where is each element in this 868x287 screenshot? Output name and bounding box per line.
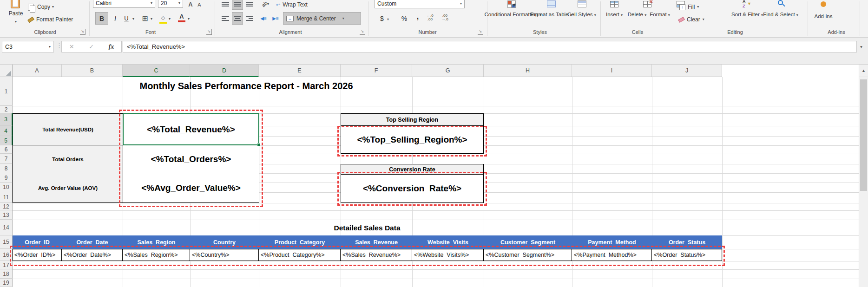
increase-indent-icon[interactable]: ▶≡ — [270, 13, 281, 24]
align-right-button[interactable] — [244, 13, 255, 24]
table-header-cell[interactable]: Sales_Region — [123, 235, 190, 249]
align-middle-button[interactable] — [232, 0, 243, 9]
table-value-cell[interactable]: <%Order_ID%> — [13, 249, 62, 261]
row-header-6[interactable]: 6 — [0, 145, 13, 154]
row-header-10[interactable]: 10 — [0, 183, 13, 192]
font-dialog-launcher[interactable]: ↘ — [206, 29, 212, 35]
fill-dropdown-icon[interactable]: ▾ — [697, 5, 699, 9]
currency-dropdown-icon[interactable]: ▾ — [387, 17, 389, 22]
table-value-cell[interactable]: <%Country%> — [190, 249, 259, 261]
insert-button[interactable]: Insert ▾ — [606, 11, 623, 18]
copy-dropdown-icon[interactable]: ▾ — [52, 5, 54, 9]
find-select-button[interactable]: Find & Select ▾ — [763, 11, 798, 18]
enter-icon[interactable]: ✓ — [89, 43, 94, 50]
table-value-cell[interactable]: <%Order_Status%> — [652, 249, 722, 261]
summary-value-cell[interactable]: <%Total_Orders%> — [123, 145, 259, 173]
clipboard-dialog-launcher[interactable]: ↘ — [80, 29, 85, 35]
align-center-button[interactable] — [232, 13, 243, 24]
borders-icon[interactable]: ⊞ — [140, 13, 150, 24]
table-header-cell[interactable]: Order_ID — [13, 235, 62, 249]
format-button[interactable]: Format ▾ — [650, 11, 670, 18]
fill-button[interactable]: ↓ Fill ▾ — [679, 3, 699, 11]
row-header-1[interactable]: 1 — [0, 77, 13, 106]
fill-color-dropdown-icon[interactable]: ▾ — [169, 17, 171, 21]
table-value-cell[interactable]: <%Sales_Revenue%> — [341, 249, 412, 261]
font-color-button[interactable]: A — [178, 12, 186, 24]
bold-button[interactable]: B — [96, 13, 108, 24]
table-header-cell[interactable]: Sales_Revenue — [341, 235, 412, 249]
clear-dropdown-icon[interactable]: ▾ — [703, 17, 704, 22]
row-header-2[interactable]: 2 — [0, 106, 13, 113]
align-top-button[interactable] — [220, 0, 230, 9]
table-title-cell[interactable]: Detailed Sales Data — [228, 224, 506, 232]
paste-button[interactable]: Paste ▾ — [5, 0, 27, 27]
align-left-button[interactable] — [220, 13, 230, 24]
decrease-indent-icon[interactable]: ◀≡ — [258, 13, 269, 24]
currency-button[interactable]: $ — [378, 13, 386, 24]
table-header-cell[interactable]: Order_Date — [62, 235, 123, 249]
table-header-cell[interactable]: Product_Category — [259, 235, 341, 249]
row-header-13[interactable]: 13 — [0, 210, 13, 220]
column-header-H[interactable]: H — [484, 65, 572, 77]
table-header-cell[interactable]: Payment_Method — [572, 235, 652, 249]
delete-button[interactable]: Delete ▾ — [628, 11, 646, 18]
format-dropdown-icon[interactable]: ▾ — [668, 13, 670, 17]
wrap-text-button[interactable]: ↩ Wrap Text — [276, 0, 308, 9]
column-header-E[interactable]: E — [259, 65, 341, 77]
summary-label-cell[interactable]: Total Revenue(USD) — [13, 113, 123, 145]
comma-style-button[interactable]: , — [414, 11, 421, 22]
row-header-11[interactable]: 11 — [0, 192, 13, 203]
table-value-cell[interactable]: <%Payment_Method%> — [572, 249, 652, 261]
merge-center-button[interactable]: ↔ Merge & Center ▾ — [283, 13, 361, 24]
kpi-header-cell[interactable]: Conversion Rate — [341, 164, 484, 175]
align-bottom-button[interactable] — [244, 0, 255, 9]
select-all-button[interactable] — [0, 65, 13, 77]
number-format-dropdown-icon[interactable]: ▾ — [460, 1, 462, 6]
cell-styles-button[interactable]: Cell Styles ▾ — [567, 11, 596, 18]
table-value-cell[interactable]: <%Customer_Segment%> — [484, 249, 572, 261]
kpi-value-cell[interactable]: <%Top_Selling_Region%> — [341, 125, 484, 154]
borders-dropdown-icon[interactable]: ▾ — [151, 17, 152, 21]
row-header-17[interactable]: 17 — [0, 261, 13, 269]
column-header-F[interactable]: F — [341, 65, 412, 77]
column-header-I[interactable]: I — [572, 65, 652, 77]
row-header-12[interactable]: 12 — [0, 203, 13, 210]
paste-dropdown-icon[interactable]: ▾ — [15, 20, 17, 24]
alignment-dialog-launcher[interactable]: ↘ — [360, 29, 365, 35]
decrease-decimal-icon[interactable]: .00→.0 — [441, 14, 448, 21]
orientation-button[interactable]: ab▾ — [258, 0, 272, 9]
table-header-cell[interactable]: Order_Status — [652, 235, 722, 249]
kpi-header-cell[interactable]: Top Selling Region — [341, 113, 484, 126]
row-header-14[interactable]: 14 — [0, 220, 13, 235]
row-header-4[interactable]: 4 — [0, 126, 13, 136]
row-header-8[interactable]: 8 — [0, 164, 13, 173]
row-header-3[interactable]: 3 — [0, 113, 13, 126]
table-value-cell[interactable]: <%Sales_Region%> — [123, 249, 190, 261]
underline-dropdown-icon[interactable]: ▾ — [132, 17, 134, 21]
font-size-dropdown-icon[interactable]: ▾ — [178, 1, 180, 6]
percent-style-button[interactable]: % — [400, 13, 409, 24]
column-header-G[interactable]: G — [412, 65, 484, 77]
italic-button[interactable]: I — [111, 13, 120, 24]
row-header-18[interactable]: 18 — [0, 269, 13, 279]
column-header-C[interactable]: C — [123, 65, 190, 77]
delete-dropdown-icon[interactable]: ▾ — [644, 13, 646, 17]
number-dialog-launcher[interactable]: ↘ — [478, 29, 483, 35]
summary-value-cell[interactable]: <%Avg_Order_Value%> — [123, 173, 259, 203]
fill-handle[interactable] — [257, 143, 260, 146]
row-header-15[interactable]: 15 — [0, 235, 13, 249]
decrease-font-icon[interactable]: A — [196, 1, 203, 8]
format-as-table-button[interactable]: Format as Table ▾ — [530, 11, 572, 18]
insert-dropdown-icon[interactable]: ▾ — [621, 13, 623, 17]
column-header-A[interactable]: A — [13, 65, 62, 77]
underline-button[interactable]: U — [122, 13, 131, 24]
copy-button[interactable]: Copy ▾ — [28, 2, 54, 12]
cancel-icon[interactable]: ✕ — [69, 43, 74, 50]
fill-color-button[interactable]: ◇ — [159, 13, 167, 24]
table-header-cell[interactable]: Customer_Segment — [484, 235, 572, 249]
sort-filter-button[interactable]: Sort & Filter ▾ — [731, 11, 763, 18]
table-value-cell[interactable]: <%Product_Category%> — [259, 249, 341, 261]
column-header-J[interactable]: J — [652, 65, 722, 77]
clear-button[interactable]: Clear ▾ — [678, 15, 704, 24]
row-header-5[interactable]: 5 — [0, 136, 13, 145]
